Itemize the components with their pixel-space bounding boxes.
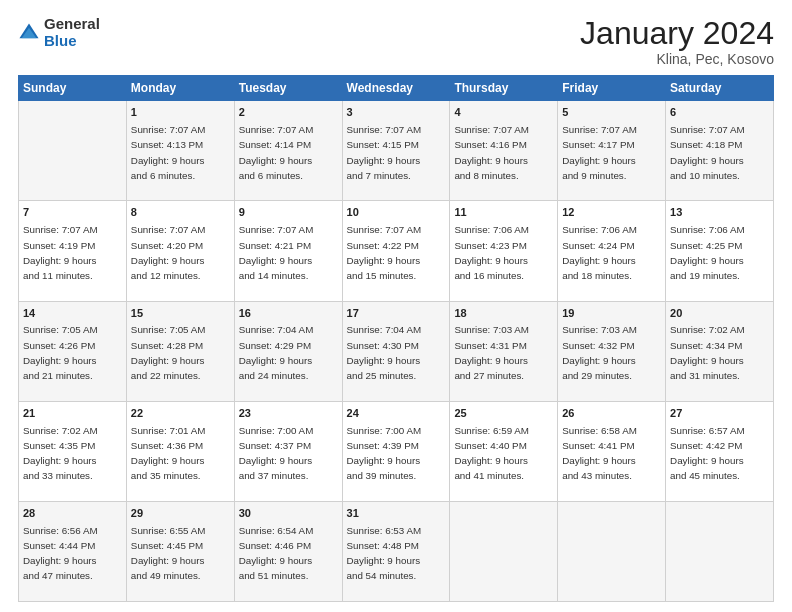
- col-saturday: Saturday: [666, 76, 774, 101]
- day-number: 28: [23, 506, 122, 522]
- week-row-3: 14Sunrise: 7:05 AMSunset: 4:26 PMDayligh…: [19, 301, 774, 401]
- day-number: 17: [347, 306, 446, 322]
- calendar-cell: 30Sunrise: 6:54 AMSunset: 4:46 PMDayligh…: [234, 501, 342, 601]
- week-row-2: 7Sunrise: 7:07 AMSunset: 4:19 PMDaylight…: [19, 201, 774, 301]
- calendar-cell: 11Sunrise: 7:06 AMSunset: 4:23 PMDayligh…: [450, 201, 558, 301]
- day-info: Sunrise: 7:05 AMSunset: 4:26 PMDaylight:…: [23, 324, 98, 381]
- calendar-cell: 2Sunrise: 7:07 AMSunset: 4:14 PMDaylight…: [234, 101, 342, 201]
- calendar-cell: [19, 101, 127, 201]
- calendar-cell: 20Sunrise: 7:02 AMSunset: 4:34 PMDayligh…: [666, 301, 774, 401]
- logo-blue: Blue: [44, 33, 100, 50]
- calendar-cell: 24Sunrise: 7:00 AMSunset: 4:39 PMDayligh…: [342, 401, 450, 501]
- calendar-cell: 28Sunrise: 6:56 AMSunset: 4:44 PMDayligh…: [19, 501, 127, 601]
- calendar-cell: 5Sunrise: 7:07 AMSunset: 4:17 PMDaylight…: [558, 101, 666, 201]
- calendar-cell: 14Sunrise: 7:05 AMSunset: 4:26 PMDayligh…: [19, 301, 127, 401]
- calendar-cell: 21Sunrise: 7:02 AMSunset: 4:35 PMDayligh…: [19, 401, 127, 501]
- calendar-cell: 6Sunrise: 7:07 AMSunset: 4:18 PMDaylight…: [666, 101, 774, 201]
- day-number: 21: [23, 406, 122, 422]
- week-row-1: 1Sunrise: 7:07 AMSunset: 4:13 PMDaylight…: [19, 101, 774, 201]
- calendar-cell: 31Sunrise: 6:53 AMSunset: 4:48 PMDayligh…: [342, 501, 450, 601]
- logo-icon: [18, 22, 40, 44]
- day-number: 8: [131, 205, 230, 221]
- calendar-cell: 3Sunrise: 7:07 AMSunset: 4:15 PMDaylight…: [342, 101, 450, 201]
- day-number: 1: [131, 105, 230, 121]
- title-block: January 2024 Klina, Pec, Kosovo: [580, 16, 774, 67]
- day-number: 23: [239, 406, 338, 422]
- day-number: 16: [239, 306, 338, 322]
- calendar-table: Sunday Monday Tuesday Wednesday Thursday…: [18, 75, 774, 602]
- day-info: Sunrise: 7:07 AMSunset: 4:18 PMDaylight:…: [670, 124, 745, 181]
- calendar-cell: 10Sunrise: 7:07 AMSunset: 4:22 PMDayligh…: [342, 201, 450, 301]
- day-info: Sunrise: 7:07 AMSunset: 4:14 PMDaylight:…: [239, 124, 314, 181]
- calendar-cell: 23Sunrise: 7:00 AMSunset: 4:37 PMDayligh…: [234, 401, 342, 501]
- day-info: Sunrise: 6:55 AMSunset: 4:45 PMDaylight:…: [131, 525, 206, 582]
- page: General Blue January 2024 Klina, Pec, Ko…: [0, 0, 792, 612]
- calendar-cell: 8Sunrise: 7:07 AMSunset: 4:20 PMDaylight…: [126, 201, 234, 301]
- day-info: Sunrise: 6:59 AMSunset: 4:40 PMDaylight:…: [454, 425, 529, 482]
- day-number: 13: [670, 205, 769, 221]
- day-info: Sunrise: 7:03 AMSunset: 4:32 PMDaylight:…: [562, 324, 637, 381]
- day-number: 4: [454, 105, 553, 121]
- day-info: Sunrise: 7:04 AMSunset: 4:30 PMDaylight:…: [347, 324, 422, 381]
- day-info: Sunrise: 7:07 AMSunset: 4:17 PMDaylight:…: [562, 124, 637, 181]
- day-number: 31: [347, 506, 446, 522]
- week-row-4: 21Sunrise: 7:02 AMSunset: 4:35 PMDayligh…: [19, 401, 774, 501]
- day-number: 5: [562, 105, 661, 121]
- day-info: Sunrise: 6:58 AMSunset: 4:41 PMDaylight:…: [562, 425, 637, 482]
- day-info: Sunrise: 7:07 AMSunset: 4:13 PMDaylight:…: [131, 124, 206, 181]
- logo: General Blue: [18, 16, 100, 49]
- calendar-cell: 26Sunrise: 6:58 AMSunset: 4:41 PMDayligh…: [558, 401, 666, 501]
- day-number: 25: [454, 406, 553, 422]
- col-thursday: Thursday: [450, 76, 558, 101]
- calendar-cell: 22Sunrise: 7:01 AMSunset: 4:36 PMDayligh…: [126, 401, 234, 501]
- calendar-cell: 18Sunrise: 7:03 AMSunset: 4:31 PMDayligh…: [450, 301, 558, 401]
- day-info: Sunrise: 7:06 AMSunset: 4:25 PMDaylight:…: [670, 224, 745, 281]
- day-number: 27: [670, 406, 769, 422]
- day-info: Sunrise: 7:06 AMSunset: 4:24 PMDaylight:…: [562, 224, 637, 281]
- calendar-cell: 27Sunrise: 6:57 AMSunset: 4:42 PMDayligh…: [666, 401, 774, 501]
- day-number: 11: [454, 205, 553, 221]
- day-info: Sunrise: 7:07 AMSunset: 4:15 PMDaylight:…: [347, 124, 422, 181]
- day-info: Sunrise: 7:04 AMSunset: 4:29 PMDaylight:…: [239, 324, 314, 381]
- day-info: Sunrise: 7:00 AMSunset: 4:37 PMDaylight:…: [239, 425, 314, 482]
- calendar-cell: 16Sunrise: 7:04 AMSunset: 4:29 PMDayligh…: [234, 301, 342, 401]
- day-number: 26: [562, 406, 661, 422]
- day-info: Sunrise: 7:07 AMSunset: 4:21 PMDaylight:…: [239, 224, 314, 281]
- day-number: 10: [347, 205, 446, 221]
- calendar-cell: [666, 501, 774, 601]
- location-subtitle: Klina, Pec, Kosovo: [580, 51, 774, 67]
- col-monday: Monday: [126, 76, 234, 101]
- day-number: 18: [454, 306, 553, 322]
- logo-general: General: [44, 16, 100, 33]
- day-info: Sunrise: 7:07 AMSunset: 4:22 PMDaylight:…: [347, 224, 422, 281]
- day-number: 29: [131, 506, 230, 522]
- month-title: January 2024: [580, 16, 774, 51]
- day-number: 19: [562, 306, 661, 322]
- calendar-cell: 25Sunrise: 6:59 AMSunset: 4:40 PMDayligh…: [450, 401, 558, 501]
- week-row-5: 28Sunrise: 6:56 AMSunset: 4:44 PMDayligh…: [19, 501, 774, 601]
- col-wednesday: Wednesday: [342, 76, 450, 101]
- day-info: Sunrise: 7:00 AMSunset: 4:39 PMDaylight:…: [347, 425, 422, 482]
- col-tuesday: Tuesday: [234, 76, 342, 101]
- day-number: 12: [562, 205, 661, 221]
- calendar-cell: 12Sunrise: 7:06 AMSunset: 4:24 PMDayligh…: [558, 201, 666, 301]
- logo-text: General Blue: [44, 16, 100, 49]
- day-info: Sunrise: 7:05 AMSunset: 4:28 PMDaylight:…: [131, 324, 206, 381]
- header-row: Sunday Monday Tuesday Wednesday Thursday…: [19, 76, 774, 101]
- col-friday: Friday: [558, 76, 666, 101]
- day-number: 24: [347, 406, 446, 422]
- day-number: 7: [23, 205, 122, 221]
- day-info: Sunrise: 7:07 AMSunset: 4:19 PMDaylight:…: [23, 224, 98, 281]
- day-info: Sunrise: 6:57 AMSunset: 4:42 PMDaylight:…: [670, 425, 745, 482]
- calendar-cell: 9Sunrise: 7:07 AMSunset: 4:21 PMDaylight…: [234, 201, 342, 301]
- calendar-cell: 13Sunrise: 7:06 AMSunset: 4:25 PMDayligh…: [666, 201, 774, 301]
- day-number: 2: [239, 105, 338, 121]
- day-info: Sunrise: 7:06 AMSunset: 4:23 PMDaylight:…: [454, 224, 529, 281]
- day-number: 20: [670, 306, 769, 322]
- day-number: 15: [131, 306, 230, 322]
- calendar-cell: 19Sunrise: 7:03 AMSunset: 4:32 PMDayligh…: [558, 301, 666, 401]
- day-info: Sunrise: 7:02 AMSunset: 4:34 PMDaylight:…: [670, 324, 745, 381]
- calendar-cell: 17Sunrise: 7:04 AMSunset: 4:30 PMDayligh…: [342, 301, 450, 401]
- day-info: Sunrise: 7:02 AMSunset: 4:35 PMDaylight:…: [23, 425, 98, 482]
- calendar-cell: 7Sunrise: 7:07 AMSunset: 4:19 PMDaylight…: [19, 201, 127, 301]
